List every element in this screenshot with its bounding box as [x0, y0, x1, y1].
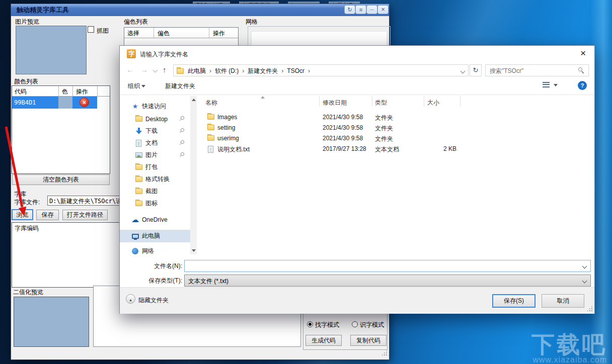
pin-icon [180, 140, 185, 145]
grid-label: 网格 [246, 18, 258, 26]
breadcrumb-bar[interactable]: 此电脑软件 (D:)新建文件夹TSOcr [173, 64, 469, 76]
back-icon[interactable]: ← [126, 65, 134, 74]
breadcrumb-item[interactable]: 新建文件夹 [248, 67, 278, 74]
offset-col-offset: 偏色 [158, 29, 170, 38]
savetype-dropdown-icon[interactable] [582, 279, 587, 284]
column-header-type[interactable]: 类型 [375, 99, 387, 107]
app-title: 触动精灵字库工具 [17, 6, 69, 14]
save-button[interactable]: 保存 [36, 210, 59, 220]
sidebar-item-documents[interactable]: 文档 [120, 137, 190, 149]
file-date: 2017/9/27 13:28 [323, 145, 366, 152]
menu-window-button[interactable] [356, 6, 366, 14]
minimize-button[interactable] [367, 6, 377, 14]
background-title: TSCanUIF... [193, 2, 230, 4]
breadcrumb-item[interactable]: 软件 (D:) [215, 67, 239, 74]
savetype-label: 保存类型(T): [134, 277, 182, 285]
open-file-path-button[interactable]: 打开文件路径 [62, 210, 108, 220]
recognition-groupbox: 识别模式 找字模式 识字模式 生成代码 复制代码 [303, 308, 388, 350]
color-list-table[interactable]: 代码 色 操作 99B4D1 [12, 85, 110, 174]
refresh-window-button[interactable] [345, 6, 355, 14]
hide-folders-button[interactable]: 隐藏文件夹 [138, 296, 169, 305]
new-folder-button[interactable]: 新建文件夹 [165, 82, 195, 90]
offset-list-label: 偏色列表 [124, 18, 148, 26]
color-row-code: 99B4D1 [14, 99, 36, 106]
organize-button[interactable]: 组织 [128, 82, 145, 90]
dialog-cancel-button[interactable]: 取消 [542, 294, 584, 308]
savetype-select[interactable]: 文本文件 (*.txt) [184, 275, 591, 287]
sidebar-item-quick-access[interactable]: ★ 快速访问 [120, 101, 190, 112]
breadcrumb-separator-icon [304, 67, 314, 74]
read-mode-label: 识字模式 [360, 321, 384, 329]
sidebar-item-desktop[interactable]: Desktop [120, 113, 190, 125]
help-icon[interactable] [578, 81, 587, 90]
pin-icon [180, 152, 185, 157]
sidebar-item-onedrive[interactable]: ☁ OneDrive [120, 214, 190, 225]
download-icon [136, 128, 142, 134]
document-icon [136, 140, 141, 147]
column-header-size[interactable]: 大小 [427, 99, 439, 107]
file-row[interactable]: 说明文档.txt 2017/9/27 13:28 文本文档 2 KB [202, 144, 590, 155]
file-row[interactable]: userimg 2021/4/30 9:58 文件夹 [202, 134, 590, 144]
folder-icon [135, 164, 142, 170]
dialog-bottom-bar: 隐藏文件夹 保存(S) 取消 [120, 287, 594, 314]
onedrive-cloud-icon: ☁ [131, 216, 139, 223]
sidebar-item-dabao[interactable]: 打包 [120, 161, 190, 173]
history-chevron-icon[interactable] [153, 68, 158, 73]
breadcrumb-item[interactable]: TSOcr [287, 67, 304, 74]
dialog-resize-grip[interactable] [591, 310, 592, 311]
sidebar-item-convert[interactable]: 格式转换 [120, 173, 190, 185]
address-dropdown-icon[interactable] [461, 69, 466, 74]
sidebar-item-screenshots[interactable]: 截图 [120, 186, 190, 197]
scroll-down-icon[interactable] [192, 249, 196, 252]
sort-ascending-icon [261, 96, 265, 99]
folder-icon [207, 135, 214, 141]
binarize-canvas [14, 297, 89, 347]
sidebar-item-downloads[interactable]: 下载 [120, 125, 190, 137]
app-titlebar[interactable]: 触动精灵字库工具 [11, 4, 389, 16]
find-mode-radio[interactable] [307, 321, 313, 327]
breadcrumb-separator-icon [239, 67, 248, 74]
filename-label: 文件名(N): [140, 262, 182, 270]
forward-icon[interactable]: → [140, 65, 148, 74]
filename-dropdown-icon[interactable] [582, 264, 587, 269]
sidebar-item-network[interactable]: 网络 [120, 245, 190, 257]
folder-icon [135, 189, 142, 194]
view-caret-icon[interactable] [554, 84, 558, 86]
filename-input[interactable] [184, 260, 591, 272]
sidebar-item-pictures[interactable]: 图片 [120, 149, 190, 161]
color-col-color: 色 [62, 87, 68, 96]
font-file-label: 字库文件: [14, 198, 40, 207]
read-mode-radio[interactable] [352, 321, 358, 327]
copy-code-button[interactable]: 复制代码 [350, 335, 387, 346]
view-options-icon[interactable] [543, 82, 550, 87]
search-input[interactable]: 搜索"TSOcr" [485, 64, 589, 76]
dialog-icon: 字 [127, 49, 136, 58]
file-name: 说明文档.txt [217, 145, 250, 154]
sidebar-item-this-pc[interactable]: 此电脑 [120, 230, 190, 242]
column-header-name[interactable]: 名称 [205, 99, 217, 107]
up-icon[interactable]: ↑ [163, 65, 167, 74]
browse-button[interactable]: 浏览 [12, 209, 33, 220]
color-row[interactable]: 99B4D1 [12, 97, 97, 109]
background-title: 加密字库初... [239, 2, 278, 4]
search-placeholder: 搜索"TSOcr" [490, 67, 523, 75]
file-row[interactable]: Images 2021/4/30 9:58 文件夹 [202, 113, 590, 123]
sidebar-item-icons[interactable]: 图标 [120, 198, 190, 209]
generate-code-button[interactable]: 生成代码 [305, 335, 342, 346]
search-icon[interactable] [578, 67, 582, 71]
binarize-label: 二值化预览 [13, 288, 43, 297]
clear-color-list-button[interactable]: 清空颜色列表 [12, 174, 110, 185]
column-header-date[interactable]: 修改日期 [323, 99, 347, 107]
font-lib-label: 字库 [14, 190, 26, 199]
breadcrumb-item[interactable]: 此电脑 [188, 67, 206, 74]
window-resize-grip[interactable] [386, 354, 387, 355]
close-button[interactable] [378, 6, 388, 14]
file-row[interactable]: setting 2021/4/30 9:58 文件夹 [202, 123, 590, 134]
delete-color-icon[interactable] [80, 98, 89, 107]
refresh-address-button[interactable]: ↻ [470, 64, 482, 76]
scroll-up-icon[interactable] [192, 99, 196, 101]
dialog-close-button[interactable] [572, 46, 594, 61]
capture-checkbox[interactable] [88, 26, 94, 33]
dialog-save-button[interactable]: 保存(S) [492, 294, 536, 308]
sidebar-scrollbar[interactable] [190, 96, 197, 254]
